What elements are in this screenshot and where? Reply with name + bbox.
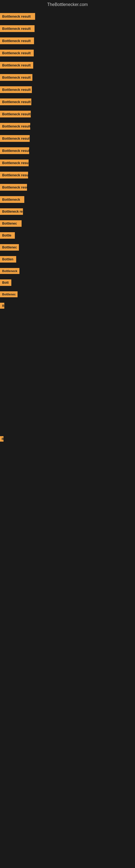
list-item[interactable]: Bottleneck result — [0, 35, 135, 47]
spacer — [0, 444, 135, 469]
list-item[interactable]: Bottleneck — [0, 265, 135, 277]
list-item[interactable]: Bottleneck result — [0, 10, 135, 23]
bottleneck-badge: Bottleneck result — [0, 147, 29, 154]
list-item[interactable]: Bottleneck result — [0, 108, 135, 120]
spacer — [0, 336, 135, 360]
list-item[interactable]: Bottlenec — [0, 218, 135, 229]
site-title: TheBottlenecker.com — [0, 0, 135, 9]
list-item[interactable]: Bottleneck result — [0, 145, 135, 157]
list-item[interactable]: Bottleneck result — [0, 132, 135, 145]
bottleneck-badge: Bottleneck result — [0, 98, 31, 105]
bottleneck-badge: Bott — [0, 279, 11, 286]
spacer — [0, 360, 135, 384]
list-item[interactable]: Bottleneck result — [0, 84, 135, 96]
late-items-container: B — [0, 311, 135, 640]
bottleneck-badge: B — [0, 436, 3, 442]
list-item[interactable]: Bottleneck resu — [0, 181, 135, 193]
bottleneck-badge: Bottleneck result — [0, 62, 33, 69]
spacer — [0, 409, 135, 433]
list-item[interactable]: Bottleneck result — [0, 23, 135, 35]
list-item[interactable]: Bottleneck result — [0, 157, 135, 169]
bottleneck-badge: Bottleneck result — [0, 25, 35, 32]
bottleneck-badge: Bottleneck result — [0, 123, 30, 130]
bottleneck-badge: Bottleneck result — [0, 159, 29, 166]
bottleneck-badge: Bottleneck result — [0, 135, 30, 142]
list-item[interactable]: Bottlenec — [0, 241, 135, 253]
list-item[interactable]: Bott — [0, 277, 135, 289]
list-item[interactable]: Bottleneck result — [0, 71, 135, 84]
spacer — [0, 518, 135, 542]
bottleneck-badge: Bottlen — [0, 256, 16, 262]
spacer — [0, 542, 135, 566]
spacer — [0, 591, 135, 615]
bottleneck-badge: Bottleneck — [0, 196, 24, 203]
spacer — [0, 384, 135, 409]
bottleneck-badge: B — [0, 303, 4, 309]
list-item[interactable]: Bottlenec — [0, 289, 135, 300]
list-item[interactable]: Bottleneck result — [0, 47, 135, 59]
bottleneck-badge: Bottleneck result — [0, 50, 34, 56]
spacer — [0, 311, 135, 336]
bottleneck-badge: Bottleneck result — [0, 13, 35, 20]
bottleneck-badge: Bottleneck result — [0, 111, 31, 118]
bottleneck-badge: Bottleneck res — [0, 208, 23, 215]
list-item[interactable]: B — [0, 300, 135, 311]
bottleneck-badge: Bottleneck result — [0, 37, 34, 44]
spacer — [0, 566, 135, 591]
list-item[interactable]: Bottleneck result — [0, 96, 135, 108]
bottleneck-badge: Bottleneck result — [0, 74, 32, 81]
list-item[interactable]: Bottle — [0, 229, 135, 241]
items-container: Bottleneck resultBottleneck resultBottle… — [0, 9, 135, 311]
list-item[interactable]: Bottleneck result — [0, 169, 135, 181]
bottleneck-badge: Bottleneck result — [0, 172, 28, 179]
bottleneck-badge: Bottleneck — [0, 268, 19, 274]
bottleneck-badge: Bottleneck resu — [0, 184, 27, 191]
spacer — [0, 469, 135, 493]
list-item[interactable]: B — [0, 433, 135, 444]
list-item[interactable]: Bottleneck res — [0, 206, 135, 218]
spacer — [0, 615, 135, 640]
list-item[interactable]: Bottleneck — [0, 193, 135, 206]
bottleneck-badge: Bottlenec — [0, 220, 21, 227]
list-item[interactable]: Bottlen — [0, 253, 135, 265]
bottleneck-badge: Bottle — [0, 232, 15, 239]
spacer — [0, 493, 135, 518]
list-item[interactable]: Bottleneck result — [0, 120, 135, 132]
list-item[interactable]: Bottleneck result — [0, 59, 135, 71]
bottleneck-badge: Bottlenec — [0, 244, 19, 251]
bottleneck-badge: Bottlenec — [0, 291, 17, 297]
bottleneck-badge: Bottleneck result — [0, 86, 32, 93]
